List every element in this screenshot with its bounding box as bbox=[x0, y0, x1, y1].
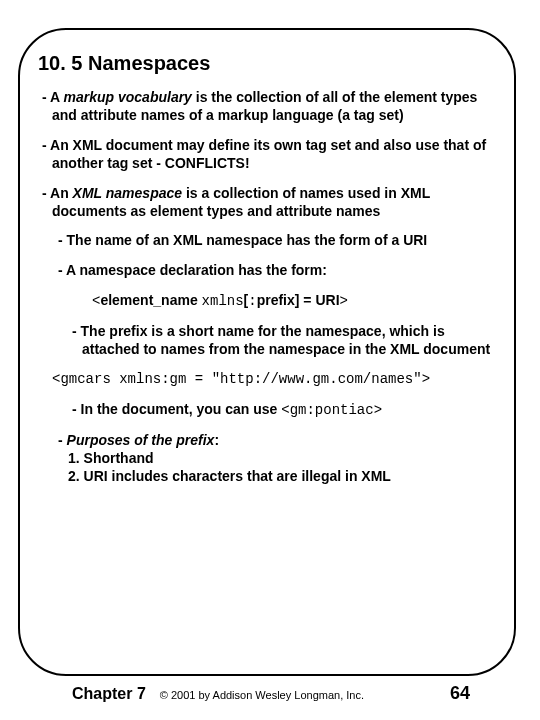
xmlns-keyword: xmlns bbox=[202, 293, 244, 309]
text: - In the document, you can use bbox=[72, 401, 281, 417]
text: - A bbox=[42, 89, 64, 105]
term-purposes: Purposes of the prefix bbox=[67, 432, 215, 448]
page-number: 64 bbox=[450, 683, 470, 704]
sub-bullet-purposes: - Purposes of the prefix: 1. Shorthand 2… bbox=[38, 432, 496, 486]
angle-close: > bbox=[340, 293, 348, 309]
term-markup-vocabulary: markup vocabulary bbox=[64, 89, 192, 105]
sub-bullet-declaration-form: - A namespace declaration has the form: bbox=[38, 262, 496, 280]
purpose-1: 1. Shorthand bbox=[68, 450, 154, 468]
text: - An bbox=[42, 185, 73, 201]
bullet-markup-vocabulary: - A markup vocabulary is the collection … bbox=[38, 89, 496, 125]
slide-body: - A markup vocabulary is the collection … bbox=[38, 89, 496, 486]
term-xml-namespace: XML namespace bbox=[73, 185, 182, 201]
declaration-syntax: <element_name xmlns[:prefix] = URI> bbox=[38, 292, 496, 311]
slide-footer: Chapter 7 © 2001 by Addison Wesley Longm… bbox=[0, 683, 540, 704]
sub-bullet-uri-form: - The name of an XML namespace has the f… bbox=[38, 232, 496, 250]
purpose-2: 2. URI includes characters that are ille… bbox=[68, 468, 391, 486]
code-inline: <gm:pontiac> bbox=[281, 402, 382, 418]
bullet-xml-namespace: - An XML namespace is a collection of na… bbox=[38, 185, 496, 221]
sub-bullet-prefix-desc: - The prefix is a short name for the nam… bbox=[38, 323, 496, 359]
bullet-conflicts: - An XML document may define its own tag… bbox=[38, 137, 496, 173]
code-example: <gmcars xmlns:gm = "http://www.gm.com/na… bbox=[38, 371, 496, 389]
slide-frame: 10. 5 Namespaces - A markup vocabulary i… bbox=[18, 28, 516, 676]
chapter-label: Chapter 7 bbox=[72, 685, 146, 703]
slide-title: 10. 5 Namespaces bbox=[38, 52, 496, 75]
text: prefix] = URI bbox=[257, 292, 340, 308]
text: : bbox=[214, 432, 219, 448]
text: element_name bbox=[100, 292, 201, 308]
sub-bullet-usage: - In the document, you can use <gm:ponti… bbox=[38, 401, 496, 420]
text: - bbox=[58, 432, 67, 448]
copyright-text: © 2001 by Addison Wesley Longman, Inc. bbox=[160, 689, 364, 701]
colon: : bbox=[248, 293, 256, 309]
